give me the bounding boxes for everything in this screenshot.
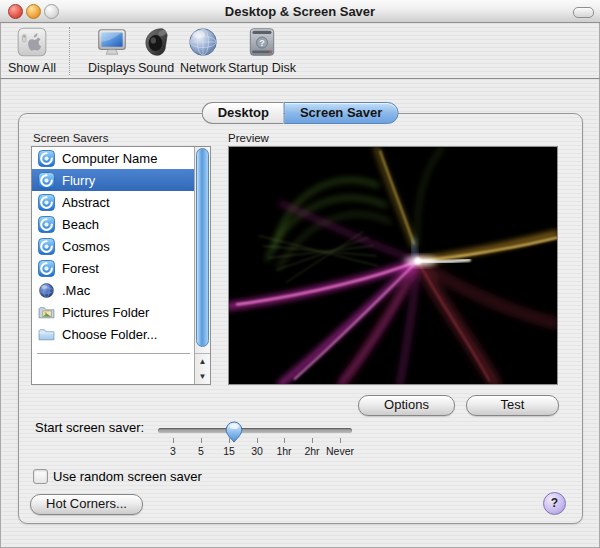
- slider-tick-label: 1hr: [276, 445, 291, 457]
- flurry-preview-image: [229, 147, 557, 384]
- screen-saver-name: Choose Folder...: [62, 327, 157, 342]
- window-title: Desktop & Screen Saver: [0, 4, 600, 19]
- list-separator: [37, 353, 190, 354]
- slider-tick: [173, 438, 174, 443]
- slider-tick-label: 15: [223, 445, 235, 457]
- screen-saver-row-beach[interactable]: Beach: [32, 213, 210, 235]
- folder-icon: [38, 326, 55, 343]
- scroll-up-arrow-icon[interactable]: ▲: [195, 354, 210, 369]
- screen-saver-name: Abstract: [62, 195, 110, 210]
- slider-track[interactable]: [158, 428, 352, 433]
- slider-thumb[interactable]: [225, 421, 243, 443]
- options-button[interactable]: Options: [358, 395, 455, 416]
- toolbar-item-startup-disk[interactable]: Startup Disk: [228, 25, 296, 75]
- scroll-down-arrow-icon[interactable]: ▼: [195, 369, 210, 384]
- slider-tick-label: 30: [251, 445, 263, 457]
- scrollbar-arrows: ▲ ▼: [195, 353, 210, 384]
- slider-tick-label: Never: [326, 445, 354, 457]
- system-preferences-icon: [15, 25, 49, 59]
- toolbar-item-label: Show All: [8, 61, 56, 75]
- sound-icon: [139, 25, 173, 59]
- screen-saver-name: Beach: [62, 217, 99, 232]
- start-screen-saver-label: Start screen saver:: [35, 420, 144, 435]
- slider-tick: [284, 438, 285, 443]
- slider-tick: [229, 438, 230, 443]
- list-scrollbar[interactable]: ▲ ▼: [194, 147, 210, 384]
- desktop-screensaver-window: Desktop & Screen Saver Show All Displays…: [0, 0, 600, 548]
- toolbar-item-label: Startup Disk: [228, 61, 296, 75]
- screen-saver-row-cosmos[interactable]: Cosmos: [32, 235, 210, 257]
- screen-saver-name: Computer Name: [62, 151, 157, 166]
- screen-saver-row-pictures-folder[interactable]: Pictures Folder: [32, 301, 210, 323]
- tab-desktop[interactable]: Desktop: [202, 102, 284, 124]
- use-random-label: Use random screen saver: [53, 469, 202, 484]
- scrollbar-thumb[interactable]: [196, 148, 209, 347]
- screen-saver-row-abstract[interactable]: Abstract: [32, 191, 210, 213]
- slider-tick-label: 3: [170, 445, 176, 457]
- screen-saver-name: Pictures Folder: [62, 305, 149, 320]
- displays-icon: [95, 25, 129, 59]
- title-bar: Desktop & Screen Saver: [0, 0, 600, 23]
- slider-tick: [257, 438, 258, 443]
- slider-tick: [312, 438, 313, 443]
- swirl-icon: [38, 260, 55, 277]
- screen-saver-name: .Mac: [62, 283, 90, 298]
- help-button[interactable]: ?: [543, 492, 566, 515]
- screen-saver-row-choose-folder-[interactable]: Choose Folder...: [32, 323, 210, 345]
- screen-saver-name: Forest: [62, 261, 99, 276]
- startup-disk-icon: [245, 25, 279, 59]
- hot-corners-button[interactable]: Hot Corners...: [30, 494, 143, 515]
- screen-saver-row-flurry[interactable]: Flurry: [32, 169, 210, 191]
- tab-bar: Desktop Screen Saver: [202, 102, 399, 124]
- screen-saver-preview: [228, 146, 558, 385]
- screen-savers-label: Screen Savers: [33, 132, 108, 144]
- toolbar-item-label: Sound: [138, 61, 174, 75]
- screen-saver-name: Flurry: [62, 173, 95, 188]
- slider-tick-label: 5: [198, 445, 204, 457]
- slider-tick-label: 2hr: [304, 445, 319, 457]
- toolbar-item-displays[interactable]: Displays: [88, 25, 135, 75]
- slider-tick: [201, 438, 202, 443]
- toolbar-item-sound[interactable]: Sound: [138, 25, 174, 75]
- swirl-icon: [38, 172, 55, 189]
- screen-saver-rows: Computer NameFlurryAbstractBeachCosmosFo…: [32, 147, 210, 345]
- pictures-folder-icon: [38, 304, 55, 321]
- slider-tick: [340, 438, 341, 443]
- screen-saver-row-forest[interactable]: Forest: [32, 257, 210, 279]
- toolbar-item-label: Network: [180, 61, 226, 75]
- toolbar-divider: [69, 27, 70, 75]
- use-random-checkbox[interactable]: [33, 469, 48, 484]
- swirl-icon: [38, 150, 55, 167]
- swirl-icon: [38, 238, 55, 255]
- swirl-icon: [38, 216, 55, 233]
- screen-saver-row--mac[interactable]: .Mac: [32, 279, 210, 301]
- toolbar-item-network[interactable]: Network: [180, 25, 226, 75]
- test-button[interactable]: Test: [466, 395, 559, 416]
- preview-label: Preview: [228, 132, 269, 144]
- screen-saver-row-computer-name[interactable]: Computer Name: [32, 147, 210, 169]
- swirl-icon: [38, 194, 55, 211]
- screen-saver-list: Computer NameFlurryAbstractBeachCosmosFo…: [31, 146, 211, 385]
- globe-icon: [38, 282, 55, 299]
- network-icon: [186, 25, 220, 59]
- screen-saver-name: Cosmos: [62, 239, 110, 254]
- toolbar-toggle-pill[interactable]: [573, 7, 594, 18]
- preferences-toolbar: Show All DisplaysSoundNetworkStartup Dis…: [0, 23, 600, 79]
- toolbar-item-show-all[interactable]: Show All: [8, 25, 56, 75]
- toolbar-item-label: Displays: [88, 61, 135, 75]
- tab-screen-saver[interactable]: Screen Saver: [284, 102, 398, 124]
